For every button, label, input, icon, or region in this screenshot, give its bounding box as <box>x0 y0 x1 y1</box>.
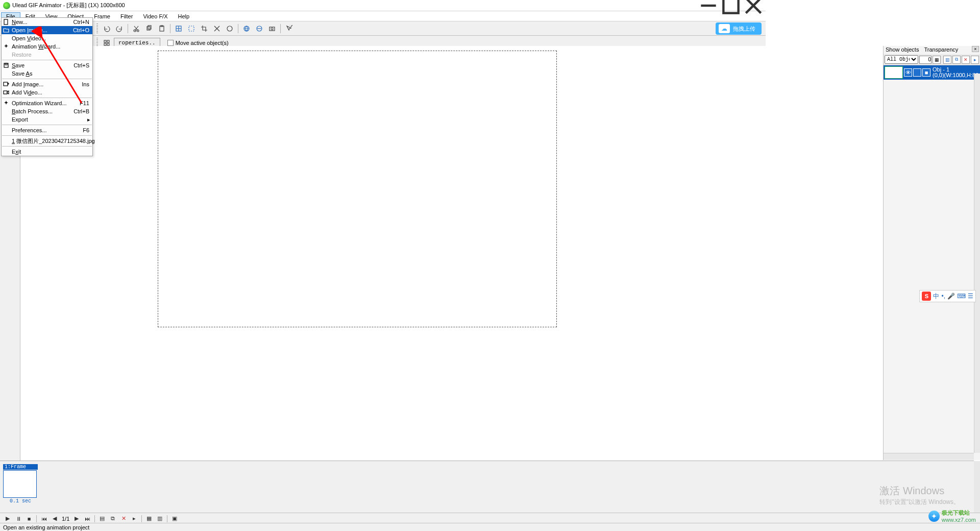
menu-item-animation-wizard[interactable]: Animation Wizard... <box>2 42 92 51</box>
toolbar-main: ? ☁ 拖拽上传 <box>0 21 766 36</box>
menu-item-optimization-wizard[interactable]: Optimization Wizard...F11 <box>2 99 92 107</box>
camera-button[interactable] <box>266 23 278 34</box>
svg-rect-31 <box>5 63 7 65</box>
svg-text:?: ? <box>289 25 292 29</box>
checkbox-box <box>167 40 174 46</box>
svg-rect-29 <box>4 19 8 25</box>
undo-button[interactable] <box>101 23 112 34</box>
svg-rect-25 <box>104 40 106 42</box>
maximize-button[interactable] <box>720 0 742 11</box>
globe-button[interactable] <box>241 23 252 34</box>
close-button[interactable] <box>742 0 765 11</box>
menu-help[interactable]: Help <box>173 12 195 20</box>
menu-item-1-20230427125348-jpg[interactable]: 1 微信图片_20230427125348.jpg <box>2 137 92 145</box>
svg-line-7 <box>134 26 138 31</box>
cut2-button[interactable] <box>211 23 223 34</box>
svg-point-23 <box>271 28 273 30</box>
upload-button[interactable]: ☁ 拖拽上传 <box>716 22 762 35</box>
file-menu-dropdown: New...Ctrl+NOpen Image...Ctrl+OOpen Vide… <box>1 17 93 156</box>
svg-rect-9 <box>148 26 151 29</box>
svg-point-18 <box>227 26 232 31</box>
move-active-label: Move active object(s) <box>176 40 229 46</box>
paste-button[interactable] <box>156 23 167 34</box>
menu-videofx[interactable]: Video F/X <box>138 12 173 20</box>
minimize-button[interactable] <box>697 0 720 11</box>
canvas[interactable] <box>158 51 556 327</box>
svg-rect-15 <box>189 26 194 31</box>
app-icon <box>3 2 10 9</box>
globe2-button[interactable] <box>254 23 265 34</box>
cut-button[interactable] <box>131 23 142 34</box>
menubar: File Edit View Object Frame Filter Video… <box>0 11 766 21</box>
window-title: Ulead GIF Animator - [无标题] (1X) 1000x800 <box>12 2 125 9</box>
copy-button[interactable] <box>143 23 155 34</box>
menu-item-export[interactable]: Export▸ <box>2 115 92 124</box>
menu-item-exit[interactable]: Exit <box>2 148 92 156</box>
paint-button[interactable] <box>224 23 235 34</box>
menu-item-add-image[interactable]: Add Image...Ins <box>2 80 92 88</box>
menu-item-restore: Restore <box>2 51 92 59</box>
redo-button[interactable] <box>114 23 125 34</box>
menu-item-batch-process[interactable]: Batch Process...Ctrl+B <box>2 107 92 115</box>
svg-rect-26 <box>107 40 109 42</box>
crop-button[interactable] <box>199 23 210 34</box>
upload-label: 拖拽上传 <box>733 25 755 33</box>
svg-rect-32 <box>4 82 8 86</box>
grid-button[interactable] <box>173 23 184 34</box>
menu-item-save[interactable]: SaveCtrl+S <box>2 61 92 69</box>
svg-line-6 <box>135 26 138 31</box>
menu-item-open-video[interactable]: Open Video... <box>2 34 92 42</box>
svg-rect-27 <box>104 43 106 45</box>
svg-rect-1 <box>723 0 738 13</box>
menu-item-preferences[interactable]: Preferences...F6 <box>2 126 92 134</box>
canvas-surface[interactable] <box>158 51 556 327</box>
select-button[interactable] <box>186 23 197 34</box>
toolbar-grip[interactable] <box>96 23 98 34</box>
svg-rect-28 <box>107 43 109 45</box>
menu-item-save-as[interactable]: Save As <box>2 69 92 78</box>
menu-item-new[interactable]: New...Ctrl+N <box>2 18 92 26</box>
menu-item-open-image[interactable]: Open Image...Ctrl+O <box>2 26 92 34</box>
help-pointer-button[interactable]: ? <box>283 23 295 34</box>
svg-rect-30 <box>4 63 8 67</box>
menu-item-add-video[interactable]: Add Video... <box>2 88 92 96</box>
svg-rect-35 <box>4 91 7 94</box>
cloud-icon: ☁ <box>719 24 730 33</box>
move-active-checkbox[interactable]: Move active object(s) <box>167 40 229 46</box>
menu-filter[interactable]: Filter <box>115 12 138 20</box>
canvas-zone[interactable] <box>20 46 766 416</box>
svg-rect-8 <box>147 27 150 30</box>
titlebar: Ulead GIF Animator - [无标题] (1X) 1000x800 <box>0 0 766 11</box>
workarea <box>0 46 766 416</box>
